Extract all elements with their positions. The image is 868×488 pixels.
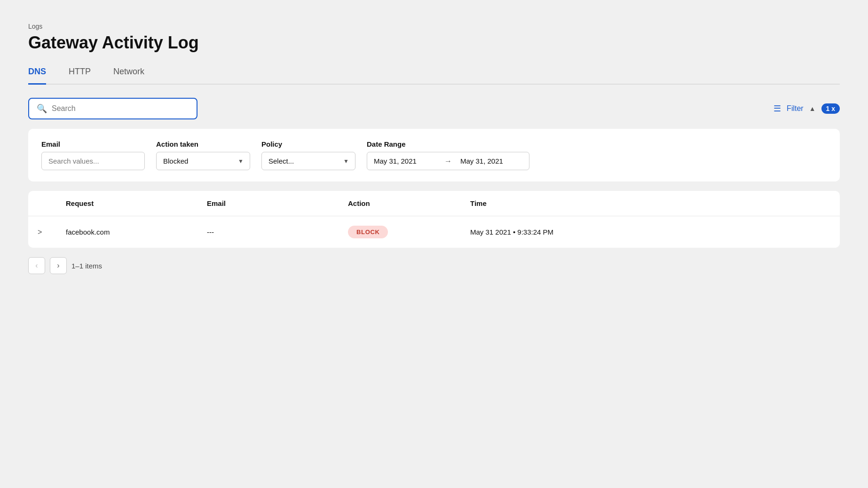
- th-request: Request: [56, 199, 197, 207]
- date-arrow-icon: →: [442, 157, 454, 165]
- page-title: Gateway Activity Log: [28, 33, 840, 53]
- next-page-button[interactable]: ›: [50, 257, 67, 274]
- search-icon: 🔍: [37, 103, 47, 114]
- email-filter-input[interactable]: [41, 152, 145, 170]
- table-row: > facebook.com --- BLOCK May 31 2021 • 9…: [28, 216, 840, 248]
- filter-area: ☰ Filter ▲ 1 x: [773, 103, 840, 114]
- pagination: ‹ › 1–1 items: [28, 257, 840, 274]
- next-icon: ›: [57, 261, 59, 270]
- email-filter-label: Email: [41, 140, 145, 148]
- date-start-input[interactable]: [367, 152, 442, 170]
- policy-filter-label: Policy: [261, 140, 355, 148]
- date-range-filter-group: Date Range →: [367, 140, 529, 170]
- sort-icon: ▲: [809, 105, 816, 112]
- row-expand-icon[interactable]: >: [28, 228, 56, 236]
- table-header: Request Email Action Time: [28, 191, 840, 216]
- filter-panel: Email Action taken Blocked Allowed Overr…: [28, 129, 840, 181]
- cell-time: May 31 2021 • 9:33:24 PM: [461, 228, 840, 236]
- policy-select[interactable]: Select... Policy 1 Policy 2: [261, 152, 355, 170]
- block-badge: BLOCK: [348, 226, 388, 238]
- results-table: Request Email Action Time > facebook.com…: [28, 191, 840, 248]
- action-taken-filter-group: Action taken Blocked Allowed Overridden: [156, 140, 250, 170]
- action-taken-select-wrapper: Blocked Allowed Overridden: [156, 152, 250, 170]
- search-filter-row: 🔍 ☰ Filter ▲ 1 x: [28, 98, 840, 119]
- filter-button[interactable]: Filter: [787, 104, 804, 113]
- filter-icon: ☰: [773, 103, 781, 114]
- tabs-bar: DNS HTTP Network: [28, 66, 840, 85]
- th-time: Time: [461, 199, 840, 207]
- search-box: 🔍: [28, 98, 197, 119]
- prev-icon: ‹: [35, 261, 38, 270]
- action-taken-select[interactable]: Blocked Allowed Overridden: [156, 152, 250, 170]
- policy-select-wrapper: Select... Policy 1 Policy 2: [261, 152, 355, 170]
- date-end-input[interactable]: [454, 152, 529, 170]
- filter-badge[interactable]: 1 x: [821, 103, 840, 114]
- email-filter-group: Email: [41, 140, 145, 170]
- breadcrumb: Logs: [28, 23, 840, 30]
- th-email: Email: [197, 199, 339, 207]
- cell-email: ---: [197, 228, 339, 236]
- action-taken-label: Action taken: [156, 140, 250, 148]
- tab-network[interactable]: Network: [113, 67, 144, 85]
- tab-dns[interactable]: DNS: [28, 67, 46, 85]
- items-count: 1–1 items: [71, 262, 102, 270]
- th-expand: [28, 199, 56, 207]
- cell-action: BLOCK: [339, 226, 461, 238]
- date-range-label: Date Range: [367, 140, 529, 148]
- policy-filter-group: Policy Select... Policy 1 Policy 2: [261, 140, 355, 170]
- cell-request: facebook.com: [56, 228, 197, 236]
- prev-page-button[interactable]: ‹: [28, 257, 45, 274]
- tab-http[interactable]: HTTP: [69, 67, 91, 85]
- search-input[interactable]: [52, 104, 189, 113]
- th-action: Action: [339, 199, 461, 207]
- date-range-picker: →: [367, 152, 529, 170]
